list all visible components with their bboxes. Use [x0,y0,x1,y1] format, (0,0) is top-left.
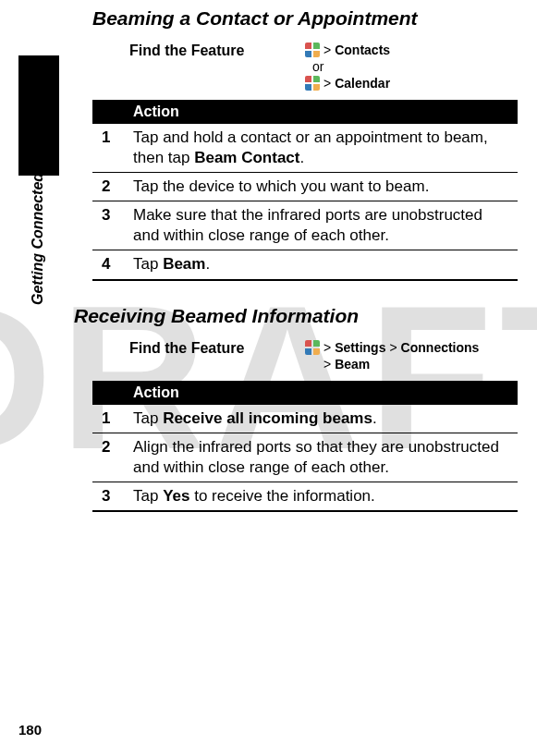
gt-symbol: > [323,43,331,57]
page-number: 180 [18,722,42,738]
table-header-action: Action [124,381,518,405]
page: Getting Connected Beaming a Contact or A… [0,0,537,756]
table-row: 3 Make sure that the infrared ports are … [92,201,518,250]
step-number: 1 [92,124,124,173]
section2-find-feature: Find the Feature > Settings > Connection… [129,340,518,373]
step-post: . [372,409,377,427]
gt-symbol: > [323,357,331,372]
step-pre: Tap [133,255,163,273]
step-text: Tap Yes to receive the information. [124,482,518,511]
table-row: 3 Tap Yes to receive the information. [92,482,518,511]
windows-icon [305,76,320,91]
or-label: or [312,59,518,74]
table-row: 1 Tap Receive all incoming beams. [92,405,518,433]
step-number: 3 [92,482,124,511]
step-post: . [299,149,304,166]
step-text: Tap the device to which you want to beam… [124,173,518,201]
step-post: to receive the information. [189,487,374,505]
section2-title: Receiving Beamed Information [74,305,518,327]
path-contacts: Contacts [335,43,390,57]
step-text: Make sure that the infrared ports are un… [124,201,518,250]
step-bold: Yes [163,487,189,505]
section1-title: Beaming a Contact or Appointment [92,7,518,30]
step-pre: Make sure that the infrared ports are un… [133,206,482,244]
section2-paths: > Settings > Connections > Beam [305,340,518,373]
step-post: . [205,255,210,273]
gt-symbol: > [389,340,397,355]
step-text: Tap Beam. [124,250,518,280]
path-beam: Beam [335,357,370,372]
side-tab [18,55,59,176]
section2-path-line1: > Settings > Connections [305,340,518,355]
gt-symbol: > [323,76,331,91]
step-pre: Tap [133,409,163,427]
step-pre: Tap the device to which you want to beam… [133,177,429,195]
section1-path2: > Calendar [305,76,518,91]
step-text: Tap Receive all incoming beams. [124,405,518,433]
section2-path-line2: > Beam [323,357,518,372]
side-label: Getting Connected [30,173,46,305]
table-header-action: Action [124,100,518,124]
windows-icon [305,340,320,355]
table-row: 4 Tap Beam. [92,250,518,280]
windows-icon [305,43,320,57]
section1-path1: > Contacts [305,43,518,57]
find-feature-label: Find the Feature [129,43,305,59]
section1-table: Action 1 Tap and hold a contact or an ap… [92,100,518,281]
step-number: 4 [92,250,124,280]
table-header-blank [92,100,124,124]
gt-symbol: > [323,340,331,355]
table-header-blank [92,381,124,405]
path-calendar: Calendar [335,76,390,91]
step-number: 1 [92,405,124,433]
path-connections: Connections [401,340,480,355]
step-text: Tap and hold a contact or an appointment… [124,124,518,173]
step-bold: Beam Contact [194,149,299,166]
step-pre: Tap and hold a contact or an appointment… [133,128,488,166]
step-number: 3 [92,201,124,250]
section1-paths: > Contacts or > Calendar [305,43,518,92]
path-settings: Settings [335,340,385,355]
step-bold: Receive all incoming beams [163,409,372,427]
table-row: 2 Tap the device to which you want to be… [92,173,518,201]
section1-find-feature: Find the Feature > Contacts or > Calenda… [129,43,518,92]
table-row: 1 Tap and hold a contact or an appointme… [92,124,518,173]
step-number: 2 [92,433,124,482]
content-area: Beaming a Contact or Appointment Find th… [92,0,518,536]
find-feature-label: Find the Feature [129,340,305,357]
table-row: 2 Align the infrared ports so that they … [92,433,518,482]
section2-table: Action 1 Tap Receive all incoming beams.… [92,381,518,512]
step-text: Align the infrared ports so that they ar… [124,433,518,482]
step-pre: Align the infrared ports so that they ar… [133,438,499,476]
step-number: 2 [92,173,124,201]
step-bold: Beam [163,255,205,273]
step-pre: Tap [133,487,163,505]
